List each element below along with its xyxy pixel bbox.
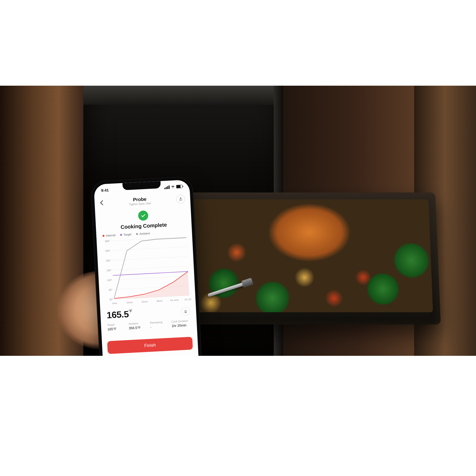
svg-text:305°: 305°	[105, 249, 111, 252]
share-icon	[179, 197, 183, 201]
finish-button[interactable]: Finish	[107, 337, 193, 354]
current-temp-row: 165.5°F	[106, 306, 190, 320]
svg-line-4	[112, 256, 187, 260]
svg-text:32min: 32min	[141, 300, 148, 303]
temperature-chart: 360°305°250°195°140°85°30°0min16min32min…	[102, 235, 191, 306]
baking-tray	[178, 192, 441, 325]
phone-screen: 9:41 Probe Typhur Sync One	[94, 180, 200, 356]
current-temperature: 165.5°F	[106, 309, 133, 321]
scene-photo: 9:41 Probe Typhur Sync One	[0, 86, 476, 356]
stats-row: Target 165°F Ambient 356.5°F Remaining -…	[107, 319, 191, 331]
stat-remaining: Remaining -	[150, 320, 170, 329]
legend-target: Target	[120, 233, 131, 237]
svg-text:1hr 20min: 1hr 20min	[184, 298, 191, 301]
svg-text:0min: 0min	[112, 302, 117, 305]
svg-text:360°: 360°	[105, 239, 110, 242]
check-icon	[140, 213, 146, 218]
svg-text:1hr 4min: 1hr 4min	[170, 298, 179, 302]
dot-icon	[136, 233, 138, 235]
legend-ambient: Ambient	[136, 232, 150, 236]
page-title-block: Probe Typhur Sync One	[129, 196, 151, 206]
svg-line-2	[112, 247, 187, 251]
stat-target: Target 165°F	[107, 323, 127, 331]
bell-icon	[184, 309, 188, 313]
svg-text:195°: 195°	[106, 269, 112, 272]
smartphone: 9:41 Probe Typhur Sync One	[90, 176, 203, 356]
back-button[interactable]	[100, 200, 103, 207]
page-subtitle: Typhur Sync One	[129, 202, 151, 206]
svg-text:85°: 85°	[109, 288, 113, 291]
stat-ambient: Ambient 356.5°F	[129, 322, 148, 330]
dot-icon	[102, 235, 104, 237]
wifi-icon	[171, 185, 175, 189]
stat-duration: Cook Duration 1hr 20min	[171, 319, 191, 328]
svg-text:48min: 48min	[156, 299, 163, 303]
svg-text:250°: 250°	[106, 259, 111, 262]
status-title: Cooking Complete	[96, 221, 192, 232]
nav-bar: Probe Typhur Sync One	[94, 191, 191, 211]
signal-icon	[164, 185, 170, 189]
share-button[interactable]	[176, 195, 185, 204]
svg-text:30°: 30°	[109, 298, 113, 301]
status-time: 9:41	[101, 188, 109, 193]
dot-icon	[120, 234, 122, 236]
oven-frame	[83, 86, 283, 105]
roast-chicken-vegetables	[186, 199, 433, 312]
battery-icon	[176, 185, 183, 188]
alert-button[interactable]	[181, 307, 190, 316]
legend-internal: Internal	[102, 234, 116, 238]
chevron-left-icon	[100, 200, 103, 205]
svg-text:16min: 16min	[126, 301, 133, 304]
complete-badge	[138, 210, 149, 221]
svg-text:140°: 140°	[107, 278, 112, 282]
svg-line-6	[113, 266, 187, 270]
